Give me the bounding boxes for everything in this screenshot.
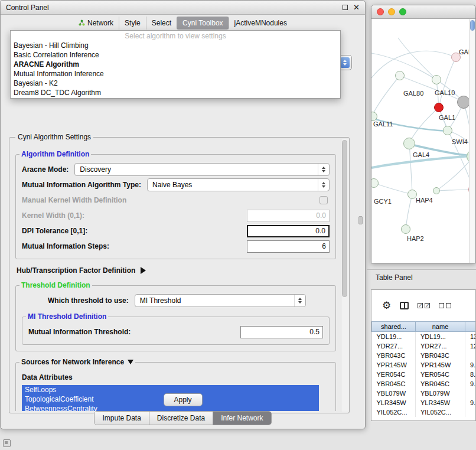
- column-header-shared-name[interactable]: shared...: [372, 322, 416, 332]
- tab-jactivemnodules[interactable]: jActiveMNodules: [229, 17, 292, 30]
- settings-scrollbar-thumb[interactable]: [342, 140, 347, 297]
- tab-cyni-toolbox[interactable]: Cyni Toolbox: [177, 17, 228, 30]
- network-node[interactable]: [443, 126, 452, 135]
- mi-threshold-row: Mutual Information Threshold: 0.5: [28, 325, 323, 338]
- zoom-traffic-light-icon[interactable]: [399, 8, 406, 15]
- threshold-definition-group: Threshold Definition Which threshold to …: [15, 285, 336, 351]
- table-row[interactable]: YPR145WYPR145W9.: [372, 360, 476, 370]
- mi-threshold-definition-title: MI Threshold Definition: [28, 312, 106, 321]
- table-row[interactable]: YIL052C...YIL052C...: [372, 407, 476, 417]
- close-icon[interactable]: ✕: [353, 4, 360, 11]
- deselect-all-columns-icon[interactable]: [439, 303, 451, 308]
- tab-impute-data[interactable]: Impute Data: [94, 412, 148, 425]
- network-node-label: GAL80: [403, 90, 423, 97]
- network-node[interactable]: [432, 75, 441, 84]
- kernel-width-field[interactable]: 0.0: [247, 210, 330, 222]
- network-node[interactable]: [457, 96, 470, 109]
- mi-steps-label: Mutual Information Steps:: [22, 242, 109, 250]
- network-canvas[interactable]: GALGAL80GAL10GAL11GAL1SWI4GAL4GCY1HAP4HA…: [371, 19, 475, 263]
- dpi-tolerance-row: DPI Tolerance [0,1]: 0.0: [22, 224, 330, 237]
- apply-button[interactable]: Apply: [164, 393, 203, 406]
- tab-infer-network[interactable]: Infer Network: [213, 412, 270, 425]
- tab-network[interactable]: Network: [73, 17, 119, 30]
- sources-section-header[interactable]: Sources for Network Inference: [19, 358, 135, 366]
- mi-algorithm-type-select[interactable]: Naive Bayes: [147, 178, 330, 191]
- panel-splitter-handle[interactable]: [358, 216, 363, 224]
- network-node[interactable]: [395, 71, 405, 80]
- network-node[interactable]: [433, 187, 440, 194]
- dpi-tolerance-label: DPI Tolerance [0,1]:: [22, 227, 87, 235]
- collapse-arrow-icon[interactable]: [128, 360, 133, 364]
- network-node-label: HAP4: [416, 197, 433, 204]
- restore-panel-icon[interactable]: [3, 439, 11, 447]
- manual-kernel-width-checkbox[interactable]: [319, 196, 328, 204]
- menu-item-basic-correlation[interactable]: Basic Correlation Inference: [11, 50, 340, 60]
- table-cell: 12: [465, 341, 476, 351]
- tab-style[interactable]: Style: [119, 17, 146, 30]
- minimize-traffic-light-icon[interactable]: [388, 8, 395, 15]
- network-window-titlebar[interactable]: [371, 5, 475, 19]
- window-title: Control Panel: [6, 4, 49, 12]
- mi-steps-row: Mutual Information Steps: 6: [22, 240, 330, 253]
- control-panel-titlebar[interactable]: Control Panel ✕: [1, 1, 365, 15]
- table-cell: YIL052C...: [372, 407, 416, 417]
- table-row[interactable]: YER054CYER054C8.: [372, 370, 476, 379]
- menu-item-bayesian-hill-climbing[interactable]: Bayesian - Hill Climbing: [11, 41, 340, 50]
- table-cell: 9.: [465, 360, 476, 370]
- hub-tf-section-header[interactable]: Hub/Transcription Factor Definition: [17, 266, 335, 275]
- table-cell: YBR045C: [372, 379, 416, 389]
- table-row[interactable]: YBR043CYBR043C: [372, 351, 476, 360]
- network-scrollbar-thumb[interactable]: [470, 20, 475, 31]
- mi-steps-field[interactable]: 6: [247, 240, 330, 253]
- aracne-mode-select[interactable]: Discovery: [74, 163, 330, 176]
- column-header-name[interactable]: name: [416, 322, 465, 332]
- network-view-window: GALGAL80GAL10GAL11GAL1SWI4GAL4GCY1HAP4HA…: [371, 5, 476, 263]
- mi-threshold-field[interactable]: 0.5: [240, 326, 323, 338]
- kernel-width-row: Kernel Width (0,1): 0.0: [22, 209, 330, 222]
- tab-select[interactable]: Select: [146, 17, 177, 30]
- which-threshold-select[interactable]: MI Threshold: [135, 294, 306, 307]
- aracne-mode-label: Aracne Mode:: [22, 165, 69, 174]
- close-traffic-light-icon[interactable]: [377, 8, 384, 15]
- table-cell: YPR145W: [372, 360, 416, 370]
- table-cell: YIL052C...: [416, 407, 465, 417]
- combo-arrows-icon: [294, 295, 305, 306]
- network-node[interactable]: [434, 103, 444, 112]
- table-cell: YBR043C: [372, 351, 416, 360]
- settings-group-title: Cyni Algorithm Settings: [15, 133, 93, 141]
- table-row[interactable]: YBL079WYBL079W: [372, 389, 476, 398]
- table-toolbar: ⚙ ✓✓: [371, 290, 475, 321]
- menu-item-dream8[interactable]: Dream8 DC_TDC Algorithm: [11, 88, 340, 97]
- column-header-extra[interactable]: [465, 322, 476, 332]
- table-cell: YBL079W: [372, 389, 416, 398]
- table-row[interactable]: YLR345WYLR345W9.: [372, 398, 476, 407]
- combo-arrows-icon: [318, 179, 329, 191]
- aracne-mode-row: Aracne Mode: Discovery: [22, 163, 330, 176]
- which-threshold-row: Which threshold to use: MI Threshold: [22, 294, 330, 307]
- network-node[interactable]: [403, 138, 415, 149]
- settings-scrollbar[interactable]: [341, 139, 348, 412]
- column-selector-icon[interactable]: [400, 302, 409, 309]
- table-cell: [465, 389, 476, 398]
- float-window-icon[interactable]: [343, 5, 348, 10]
- tab-discretize-data[interactable]: Discretize Data: [149, 412, 213, 425]
- menu-item-bayesian-k2[interactable]: Bayesian - K2: [11, 79, 340, 88]
- table-row[interactable]: YBR045CYBR045C9.: [372, 379, 476, 389]
- dpi-tolerance-field[interactable]: 0.0: [247, 225, 330, 237]
- expand-arrow-icon[interactable]: [141, 267, 146, 274]
- network-node[interactable]: [401, 224, 410, 234]
- table-cell: YER054C: [372, 370, 416, 379]
- network-scrollbar[interactable]: [469, 19, 475, 263]
- table-cell: 9.: [465, 398, 476, 407]
- hub-tf-label: Hub/Transcription Factor Definition: [17, 266, 135, 275]
- table-cell: 9.: [465, 379, 476, 389]
- table-cell: YBL079W: [416, 389, 465, 398]
- table-row[interactable]: YDR27...YDR27...12: [372, 341, 476, 351]
- dropdown-placeholder: Select algorithm to view settings: [11, 31, 340, 41]
- menu-item-aracne[interactable]: ARACNE Algorithm: [11, 60, 340, 69]
- table-row[interactable]: YDL19...YDL19...13: [372, 332, 476, 341]
- menu-item-mutual-information[interactable]: Mutual Information Inference: [11, 69, 340, 79]
- gear-icon[interactable]: ⚙: [382, 301, 391, 311]
- select-all-columns-icon[interactable]: ✓✓: [418, 303, 430, 308]
- threshold-definition-title: Threshold Definition: [21, 281, 90, 289]
